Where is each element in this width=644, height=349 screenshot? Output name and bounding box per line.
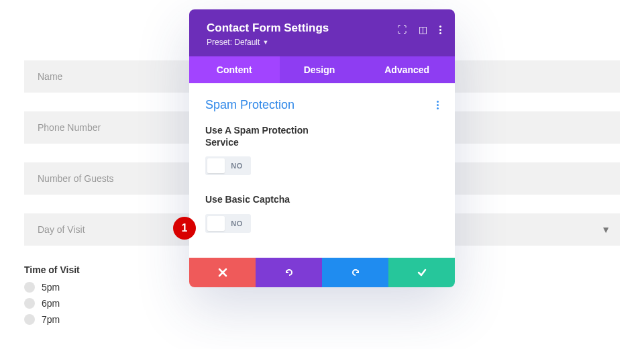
section-more-icon[interactable]	[437, 101, 439, 109]
toggle-value: NO	[225, 162, 249, 170]
section-title-spam-protection[interactable]: Spam Protection	[205, 98, 294, 112]
tab-design[interactable]: Design	[280, 56, 360, 83]
field-placeholder: Name	[38, 71, 62, 82]
expand-icon[interactable]: ⛶	[397, 24, 407, 35]
settings-modal: Contact Form Settings Preset: Default ▼ …	[189, 9, 455, 287]
cancel-button[interactable]	[189, 258, 256, 287]
preset-label: Preset: Default	[207, 38, 260, 47]
redo-button[interactable]	[322, 258, 388, 287]
content-panel: Spam Protection Use A Spam Protection Se…	[189, 83, 455, 258]
radio-label: 6pm	[42, 298, 60, 309]
option-label: Use A Spam Protection Service	[205, 124, 339, 148]
radio-icon	[24, 282, 35, 293]
modal-title: Contact Form Settings	[207, 21, 329, 35]
annotation-marker-1: 1	[173, 217, 196, 240]
option-spam-service: Use A Spam Protection Service NO	[205, 124, 439, 176]
toggle-knob	[207, 158, 225, 173]
option-label: Use Basic Captcha	[205, 193, 339, 205]
field-placeholder: Day of Visit	[38, 224, 85, 235]
option-basic-captcha: Use Basic Captcha NO	[205, 193, 439, 233]
undo-icon	[284, 267, 294, 278]
radio-option-7pm[interactable]: 7pm	[24, 314, 620, 325]
field-placeholder: Phone Number	[38, 122, 101, 133]
close-icon	[217, 267, 228, 278]
undo-button[interactable]	[256, 258, 322, 287]
tab-bar: Content Design Advanced	[189, 56, 455, 83]
radio-icon	[24, 314, 35, 325]
panel-icon[interactable]: ◫	[419, 24, 427, 35]
modal-footer	[189, 258, 455, 287]
preset-selector[interactable]: Preset: Default ▼	[207, 38, 329, 47]
tab-content[interactable]: Content	[189, 56, 280, 83]
check-icon	[417, 267, 427, 278]
chevron-down-icon: ▼	[601, 224, 610, 235]
tab-advanced[interactable]: Advanced	[359, 56, 455, 83]
toggle-knob	[207, 216, 225, 231]
caret-down-icon: ▼	[262, 39, 268, 46]
toggle-spam-service[interactable]: NO	[205, 156, 251, 175]
more-options-icon[interactable]	[439, 26, 441, 34]
field-placeholder: Number of Guests	[38, 173, 114, 184]
modal-header: Contact Form Settings Preset: Default ▼ …	[189, 9, 455, 56]
radio-option-6pm[interactable]: 6pm	[24, 298, 620, 309]
toggle-value: NO	[225, 219, 249, 228]
radio-label: 5pm	[42, 282, 60, 293]
save-button[interactable]	[388, 258, 455, 287]
toggle-basic-captcha[interactable]: NO	[205, 214, 251, 233]
redo-icon	[350, 267, 361, 278]
radio-label: 7pm	[42, 314, 60, 325]
radio-icon	[24, 298, 35, 309]
